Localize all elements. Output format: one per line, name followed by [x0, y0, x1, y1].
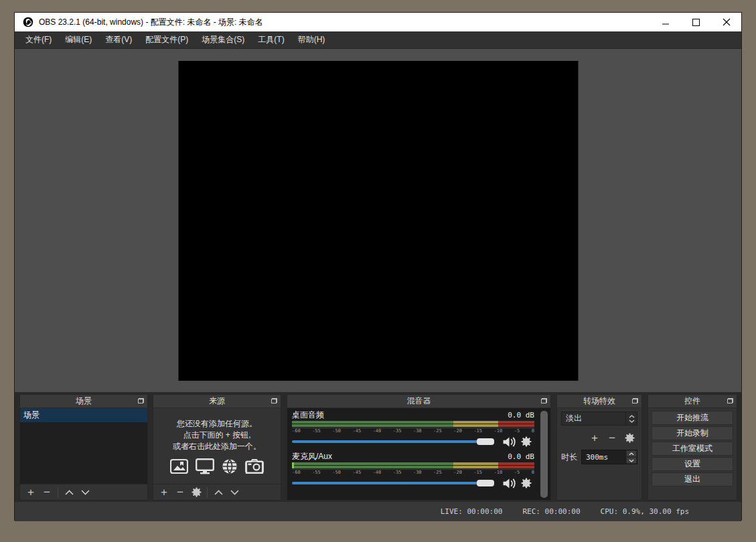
meter-tick-label: -15	[473, 470, 482, 475]
meter-tick-label: -5	[514, 428, 520, 434]
volume-slider-handle[interactable]	[477, 480, 494, 486]
meter-tick-label: -50	[332, 470, 341, 475]
live-time: LIVE: 00:00:00	[441, 507, 503, 516]
mixer-scrollbar[interactable]	[540, 411, 548, 498]
add-transition-button[interactable]: +	[587, 430, 603, 445]
controls-panel: 控件 开始推流 开始录制 工作室模式 设置 退出	[648, 394, 737, 501]
mixer-panel-header[interactable]: 混音器	[287, 395, 550, 408]
exit-button[interactable]: 退出	[652, 472, 733, 486]
duration-spinbox[interactable]: 300ms	[581, 450, 637, 464]
add-source-button[interactable]: +	[156, 485, 172, 500]
channel-level-db: 0.0 dB	[508, 411, 534, 420]
menu-item-tools[interactable]: 工具(T)	[251, 31, 291, 49]
remove-transition-button[interactable]: −	[604, 430, 620, 445]
remove-scene-button[interactable]: −	[39, 485, 55, 500]
volume-slider[interactable]	[292, 480, 494, 486]
controls-panel-header[interactable]: 控件	[648, 395, 737, 408]
mute-toggle-button[interactable]	[501, 478, 517, 489]
panel-float-icon	[271, 398, 277, 403]
menu-item-scene-collection[interactable]: 场景集合(S)	[195, 31, 251, 49]
meter-tick-label: -35	[393, 470, 402, 475]
start-recording-button[interactable]: 开始录制	[652, 426, 733, 440]
close-button[interactable]	[711, 13, 741, 31]
chevron-up-icon	[629, 452, 634, 456]
channel-settings-button[interactable]	[518, 478, 534, 488]
scenes-list[interactable]: 场景	[20, 408, 147, 484]
meter-tick-label: -10	[494, 470, 503, 475]
sources-empty-area[interactable]: 您还没有添加任何源。 点击下面的 + 按钮, 或者右击此处添加一个。	[153, 408, 281, 484]
meter-tick-label: -30	[413, 470, 422, 475]
source-up-button[interactable]	[210, 485, 226, 500]
controls-body: 开始推流 开始录制 工作室模式 设置 退出	[648, 408, 737, 500]
menu-item-file[interactable]: 文件(F)	[19, 31, 58, 49]
status-bar: LIVE: 00:00:00 REC: 00:00:00 CPU: 0.9%, …	[15, 501, 741, 521]
transition-select-arrows[interactable]	[625, 412, 637, 425]
meter-tick-label: -55	[312, 428, 321, 434]
controls-panel-title: 控件	[684, 395, 700, 407]
meter-scale: -60-55-50-45-40-35-30-25-20-15-10-50	[292, 469, 534, 475]
studio-mode-button[interactable]: 工作室模式	[652, 442, 733, 456]
meter-tick-label: -25	[433, 470, 442, 475]
scene-up-button[interactable]	[61, 485, 77, 500]
scenes-panel-header[interactable]: 场景	[20, 395, 147, 408]
menu-item-profile[interactable]: 配置文件(P)	[139, 31, 195, 49]
channel-name: 桌面音频	[292, 410, 324, 421]
duration-value[interactable]: 300ms	[582, 450, 626, 464]
camera-source-icon	[245, 458, 264, 474]
source-type-icons	[170, 458, 264, 474]
rec-time: REC: 00:00:00	[522, 507, 580, 516]
menu-bar: 文件(F) 编辑(E) 查看(V) 配置文件(P) 场景集合(S) 工具(T) …	[15, 31, 741, 49]
menu-item-help[interactable]: 帮助(H)	[291, 31, 332, 49]
sources-empty-text-2: 点击下面的 + 按钮,	[183, 430, 250, 441]
maximize-button[interactable]	[681, 13, 711, 31]
settings-button[interactable]: 设置	[652, 457, 733, 471]
transition-select[interactable]: 淡出	[561, 412, 637, 426]
transitions-panel-header[interactable]: 转场特效	[557, 395, 641, 408]
channel-settings-button[interactable]	[518, 436, 534, 447]
duration-decrease-button[interactable]	[626, 457, 637, 464]
display-source-icon	[196, 458, 214, 474]
transitions-panel-title: 转场特效	[583, 395, 615, 407]
channel-level-db: 0.0 dB	[508, 452, 534, 461]
volume-slider[interactable]	[292, 438, 494, 445]
sources-toolbar: + −	[153, 484, 281, 500]
transition-properties-button[interactable]	[621, 430, 637, 445]
obs-logo-icon	[23, 17, 33, 27]
meter-tick-label: -45	[352, 428, 361, 434]
mute-toggle-button[interactable]	[501, 436, 517, 448]
source-properties-button[interactable]	[188, 485, 204, 500]
panel-float-icon	[138, 398, 144, 403]
menu-item-view[interactable]: 查看(V)	[98, 31, 139, 49]
dock-area: 场景 场景 + − 来源	[15, 392, 741, 501]
chevron-down-icon	[629, 459, 634, 462]
meter-tick-label: -20	[453, 470, 462, 475]
scene-list-item[interactable]: 场景	[20, 408, 147, 422]
minimize-button[interactable]	[651, 13, 681, 31]
menu-item-edit[interactable]: 编辑(E)	[58, 31, 98, 49]
preview-canvas[interactable]	[178, 61, 578, 381]
duration-row: 时长 300ms	[561, 450, 637, 464]
mixer-body: 桌面音频 0.0 dB -60-55-50-45-40-35-30-25-20-…	[287, 408, 550, 500]
start-streaming-button[interactable]: 开始推流	[652, 411, 733, 425]
meter-tick-label: -55	[312, 470, 321, 475]
volume-slider-handle[interactable]	[477, 438, 494, 445]
cpu-fps-stats: CPU: 0.9%, 30.00 fps	[601, 507, 689, 516]
transitions-panel: 转场特效 淡出 + −	[556, 394, 642, 501]
sources-empty-text-1: 您还没有添加任何源。	[177, 418, 257, 430]
panel-float-icon	[632, 398, 638, 403]
add-scene-button[interactable]: +	[23, 485, 39, 500]
title-bar[interactable]: OBS 23.2.1 (64-bit, windows) - 配置文件: 未命名…	[15, 13, 741, 31]
meter-tick-label: -15	[473, 428, 482, 434]
mic-input-indicator	[292, 462, 294, 468]
duration-increase-button[interactable]	[626, 450, 637, 457]
obs-window: OBS 23.2.1 (64-bit, windows) - 配置文件: 未命名…	[14, 12, 742, 521]
remove-source-button[interactable]: −	[172, 485, 188, 500]
sources-panel-header[interactable]: 来源	[153, 395, 281, 408]
window-controls	[651, 13, 741, 31]
image-source-icon	[170, 458, 188, 474]
source-down-button[interactable]	[226, 485, 242, 500]
scene-down-button[interactable]	[77, 485, 93, 500]
mixer-scrollbar-thumb[interactable]	[540, 411, 548, 498]
preview-area[interactable]	[15, 49, 741, 392]
volume-meter	[292, 421, 534, 427]
